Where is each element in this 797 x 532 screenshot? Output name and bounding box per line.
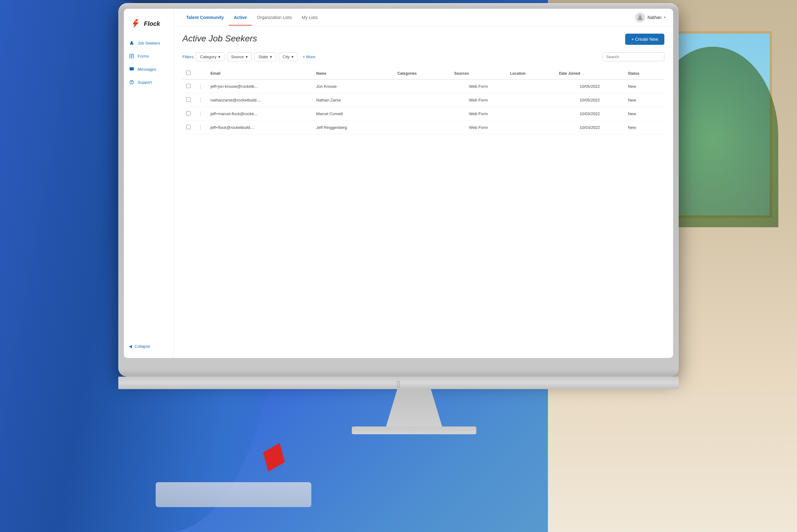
row-1-checkbox-cell — [183, 93, 194, 107]
user-dropdown-chevron-icon[interactable]: ▾ — [664, 16, 666, 19]
row-1-menu-cell: ⋮ — [194, 93, 207, 107]
sidebar-item-messages[interactable]: Messages — [124, 63, 173, 75]
filters-row: Filters Category ▾ Source ▾ State — [183, 52, 664, 61]
col-header-date-joined[interactable]: Date Joined ↓ — [555, 68, 625, 79]
city-chevron-icon: ▾ — [291, 55, 293, 59]
job-seekers-table: Email Name Categories Sour — [183, 68, 664, 134]
imac-screen-outer: Flock Job Seekers — [118, 3, 679, 377]
imac-stand — [386, 389, 442, 426]
keyboard — [156, 482, 311, 507]
sidebar-item-job-seekers[interactable]: Job Seekers — [124, 37, 173, 49]
menu-col-header — [194, 68, 207, 79]
user-name: Nathan — [648, 15, 662, 20]
row-0-categories — [394, 79, 451, 93]
imac-base — [352, 426, 476, 434]
row-2-email: jeff+marcel-flock@rocke... — [207, 107, 312, 121]
col-header-location: Location — [506, 68, 555, 79]
col-header-sources: Sources — [451, 68, 506, 79]
row-3-categories — [394, 121, 451, 134]
select-all-cell — [183, 68, 194, 79]
top-nav-left: Talent Community Active Organization Lis… — [181, 10, 323, 25]
row-1-name: Nathan Zarse — [312, 93, 394, 107]
page-title: Active Job Seekers — [183, 34, 257, 43]
row-3-email: jeff+flock@rocketbuild.... — [207, 121, 312, 134]
row-3-name: Jeff Ringgenberg — [312, 121, 394, 134]
row-2-menu-cell: ⋮ — [194, 107, 207, 121]
create-new-button[interactable]: + Create New — [625, 34, 664, 45]
tab-org-lists[interactable]: Organization Lists — [252, 10, 297, 25]
avatar — [635, 13, 645, 22]
search-input[interactable] — [602, 52, 664, 61]
source-filter[interactable]: Source ▾ — [227, 52, 252, 61]
category-filter[interactable]: Category ▾ — [196, 52, 225, 61]
flock-logo-icon — [130, 18, 141, 29]
row-3-checkbox[interactable] — [186, 125, 191, 129]
sidebar-item-forms[interactable]: Forms — [124, 50, 173, 62]
collapse-icon: ◀ — [129, 344, 132, 349]
row-3-menu-icon[interactable]: ⋮ — [198, 125, 203, 130]
tab-my-lists[interactable]: My Lists — [297, 10, 323, 25]
row-2-name: Marcel Cornett — [312, 107, 394, 121]
main-content: Talent Community Active Organization Lis… — [174, 9, 673, 358]
row-2-sources: Web Form — [451, 107, 506, 121]
app-container: Flock Job Seekers — [124, 9, 673, 358]
svg-text:?: ? — [131, 81, 133, 84]
row-0-date-joined: 10/05/2022 — [555, 79, 625, 93]
row-1-status: New — [624, 93, 664, 107]
nav-talent-community[interactable]: Talent Community — [181, 10, 229, 25]
col-header-categories: Categories — [394, 68, 451, 79]
row-2-checkbox[interactable] — [186, 111, 191, 115]
row-1-location — [506, 93, 555, 107]
date-sort-icon: ↓ — [583, 72, 584, 75]
row-0-checkbox[interactable] — [186, 84, 191, 88]
top-nav-right: Nathan ▾ — [635, 13, 666, 22]
category-chevron-icon: ▾ — [218, 55, 221, 59]
row-2-checkbox-cell — [183, 107, 194, 121]
job-seekers-icon — [129, 40, 134, 46]
apple-logo-icon:  — [394, 379, 403, 390]
col-header-email: Email — [207, 68, 312, 79]
city-filter-label: City — [283, 55, 289, 59]
tab-active[interactable]: Active — [229, 10, 252, 25]
more-filters-link[interactable]: + More — [300, 53, 318, 61]
row-0-status: New — [624, 79, 664, 93]
select-all-checkbox[interactable] — [186, 71, 191, 75]
row-0-menu-icon[interactable]: ⋮ — [198, 84, 203, 89]
row-2-location — [506, 107, 555, 121]
table-row: ⋮ nathanzarse@rocketbuild.... Nathan Zar… — [183, 93, 664, 107]
row-2-categories — [394, 107, 451, 121]
sidebar-item-support[interactable]: ? Support — [124, 76, 173, 88]
source-chevron-icon: ▾ — [246, 55, 248, 59]
messages-icon — [129, 66, 134, 72]
row-1-email: nathanzarse@rocketbuild.... — [207, 93, 312, 107]
forms-icon — [129, 53, 134, 59]
row-0-email: jeff+jon-krouse@rocketb... — [207, 79, 312, 93]
city-filter[interactable]: City ▾ — [279, 52, 298, 61]
state-filter[interactable]: State ▾ — [254, 52, 276, 61]
row-1-categories — [394, 93, 451, 107]
sidebar-label-job-seekers: Job Seekers — [138, 41, 160, 45]
row-2-date-joined: 10/03/2022 — [555, 107, 625, 121]
sidebar-label-forms: Forms — [138, 54, 149, 58]
svg-point-9 — [639, 15, 641, 18]
imac-frame: Flock Job Seekers — [118, 3, 710, 470]
page-header: Active Job Seekers + Create New — [183, 34, 664, 45]
page-content: Active Job Seekers + Create New Filters … — [174, 26, 673, 358]
imac-screen-inner: Flock Job Seekers — [124, 9, 673, 358]
sidebar-label-support: Support — [138, 80, 152, 85]
col-header-name: Name — [312, 68, 394, 79]
collapse-label: Collapse — [134, 344, 150, 349]
row-1-checkbox[interactable] — [186, 97, 191, 102]
state-filter-label: State — [259, 55, 268, 59]
table-body: ⋮ jeff+jon-krouse@rocketb... Jon Krouse … — [183, 79, 664, 134]
row-2-menu-icon[interactable]: ⋮ — [198, 111, 203, 116]
table-header-row: Email Name Categories Sour — [183, 68, 664, 79]
row-3-status: New — [624, 121, 664, 134]
row-1-menu-icon[interactable]: ⋮ — [198, 97, 203, 103]
flock-logo-text: Flock — [144, 20, 160, 27]
sidebar-collapse-button[interactable]: ◀ Collapse — [124, 341, 173, 352]
row-0-sources: Web Form — [451, 79, 506, 93]
row-3-location — [506, 121, 555, 134]
sidebar-label-messages: Messages — [138, 67, 156, 72]
row-0-menu-cell: ⋮ — [194, 79, 207, 93]
